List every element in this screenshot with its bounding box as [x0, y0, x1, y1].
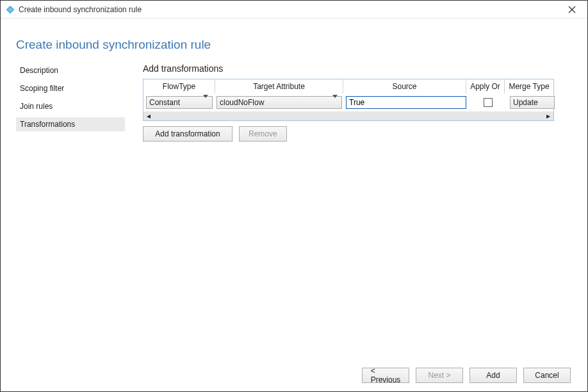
- grid-buttons: Add transformation Remove: [143, 126, 568, 142]
- merge-type-dropdown[interactable]: Update: [510, 96, 555, 109]
- chevron-down-icon: [203, 98, 208, 107]
- chevron-down-icon: [332, 98, 338, 107]
- target-attribute-value: cloudNoFlow: [220, 98, 264, 107]
- col-apply-once: Apply Or: [466, 79, 505, 94]
- source-input-field[interactable]: [349, 97, 463, 108]
- nav-description[interactable]: Description: [16, 63, 125, 78]
- col-merge-type: Merge Type: [505, 79, 553, 94]
- page-heading: Create inbound synchronization rule: [16, 38, 568, 52]
- nav-transformations[interactable]: Transformations: [16, 117, 125, 131]
- cancel-button[interactable]: Cancel: [523, 368, 571, 383]
- col-flowtype: FlowType: [143, 79, 215, 94]
- scroll-right-icon[interactable]: ▸: [545, 113, 551, 119]
- add-transformation-button[interactable]: Add transformation: [143, 126, 233, 142]
- app-icon: [6, 5, 15, 14]
- close-button[interactable]: [559, 1, 585, 19]
- previous-button[interactable]: < Previous: [362, 368, 409, 383]
- target-attribute-dropdown[interactable]: cloudNoFlow: [216, 96, 342, 109]
- next-button[interactable]: Next >: [416, 368, 463, 383]
- content-area: Create inbound synchronization rule Desc…: [1, 19, 587, 359]
- wizard-footer: < Previous Next > Add Cancel: [1, 359, 587, 391]
- source-input[interactable]: [346, 96, 466, 109]
- col-source: Source: [343, 79, 466, 94]
- window-title: Create inbound synchronization rule: [19, 5, 142, 14]
- close-icon: [568, 6, 576, 13]
- merge-type-value: Update: [513, 98, 538, 107]
- nav-scoping-filter[interactable]: Scoping filter: [16, 81, 125, 95]
- apply-once-checkbox[interactable]: [484, 98, 493, 107]
- grid-row-0: Constant cloudNoFlow: [143, 94, 553, 111]
- grid-header-row: FlowType Target Attribute Source Apply O…: [143, 79, 553, 94]
- flowtype-value: Constant: [149, 98, 180, 107]
- remove-button[interactable]: Remove: [239, 126, 287, 142]
- horizontal-scrollbar[interactable]: ◂ ▸: [143, 111, 553, 120]
- titlebar: Create inbound synchronization rule: [1, 1, 587, 19]
- section-title: Add transformations: [143, 63, 568, 74]
- wizard-sidebar: Description Scoping filter Join rules Tr…: [16, 63, 125, 142]
- add-button[interactable]: Add: [470, 368, 517, 383]
- main-panel: Add transformations FlowType Target Attr…: [143, 63, 568, 142]
- flowtype-dropdown[interactable]: Constant: [146, 96, 213, 109]
- col-target-attribute: Target Attribute: [215, 79, 343, 94]
- transformations-grid: FlowType Target Attribute Source Apply O…: [143, 79, 554, 121]
- scroll-left-icon[interactable]: ◂: [145, 113, 152, 119]
- nav-join-rules[interactable]: Join rules: [16, 99, 125, 113]
